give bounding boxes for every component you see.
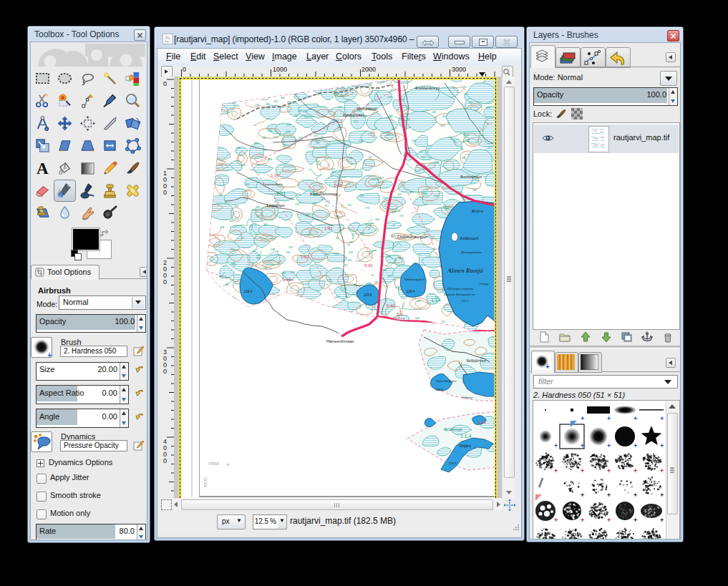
- svg-text:+: +: [607, 467, 611, 474]
- svg-text:1000: 1000: [273, 66, 287, 73]
- svg-text:+: +: [607, 492, 611, 499]
- svg-text:+: +: [545, 363, 550, 370]
- svg-text:+: +: [607, 442, 611, 449]
- svg-text:+: +: [581, 415, 584, 422]
- svg-text:3000: 3000: [452, 66, 466, 73]
- svg-text:+: +: [634, 467, 637, 474]
- svg-text:+: +: [581, 517, 584, 524]
- svg-text:+: +: [554, 467, 558, 474]
- svg-text:+: +: [607, 415, 611, 422]
- svg-text:+: +: [660, 517, 664, 524]
- svg-text:0: 0: [163, 368, 167, 375]
- svg-text:0: 0: [163, 278, 167, 285]
- svg-text:0: 0: [163, 80, 167, 87]
- svg-text:2000: 2000: [361, 66, 376, 73]
- svg-text:0: 0: [163, 457, 167, 464]
- svg-text:+: +: [554, 517, 558, 524]
- svg-text:+: +: [660, 442, 664, 449]
- svg-text:+: +: [607, 517, 611, 524]
- svg-text:+: +: [634, 415, 637, 422]
- svg-text:+: +: [634, 517, 637, 524]
- svg-text:+: +: [634, 442, 637, 449]
- svg-text:+: +: [660, 467, 664, 474]
- svg-text:+: +: [554, 442, 558, 449]
- svg-text:+: +: [581, 492, 584, 499]
- svg-text:+: +: [581, 442, 584, 449]
- svg-text:+: +: [581, 467, 584, 474]
- svg-text:+: +: [660, 492, 664, 499]
- svg-text:0: 0: [183, 66, 186, 73]
- svg-text:A: A: [37, 160, 49, 177]
- svg-text:+: +: [634, 492, 637, 499]
- svg-text:0: 0: [163, 189, 167, 196]
- svg-text:+: +: [660, 415, 664, 422]
